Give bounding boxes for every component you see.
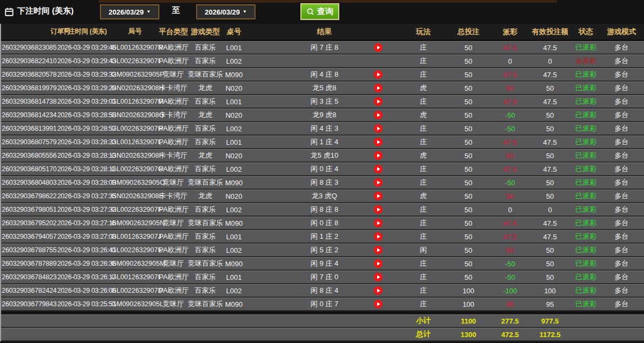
play-cell: 庄: [404, 56, 443, 66]
replay-icon[interactable]: [374, 192, 383, 200]
game-mode-cell: 多台: [598, 124, 644, 133]
order-no-cell: 260329036804803: [1, 179, 57, 186]
subtotal-label: 小计: [404, 316, 443, 326]
table-no-cell: N020: [223, 111, 245, 119]
game-type-cell: 百家乐: [188, 137, 223, 147]
table-row: 260329036787889 2026-03-29 03:26:36 GM09…: [1, 257, 644, 271]
replay-icon[interactable]: [374, 205, 383, 214]
replay-icon[interactable]: [374, 219, 383, 227]
payout-cell: 47.5: [494, 44, 526, 52]
table-row: 260329036798622 2026-03-29 03:27:35 GN02…: [1, 190, 644, 203]
table-row: 260329036820578 2026-03-29 03:29:32 GM09…: [1, 68, 644, 82]
valid-bet-cell: 47.5: [526, 233, 574, 241]
search-icon: [306, 8, 315, 16]
status-cell: 已派彩: [574, 97, 598, 106]
to-label: 至: [172, 5, 180, 16]
table-row: 260329036805556 2026-03-29 03:28:13 GN02…: [1, 149, 644, 163]
total-bet-cell: 50: [443, 219, 494, 227]
valid-bet-cell: 50: [526, 273, 574, 281]
bet-time-cell: 2026-03-29 03:26:17: [57, 273, 111, 281]
replay-icon[interactable]: [374, 232, 383, 241]
platform-cell: 竞咪厅: [159, 299, 188, 309]
table-no-cell: M090: [223, 219, 245, 227]
round-no-cell: GL0022632907G: [111, 165, 159, 173]
replay-icon[interactable]: [374, 124, 383, 133]
round-no-cell: GN0202632908G: [111, 111, 159, 119]
valid-bet-cell: 50: [526, 179, 574, 187]
valid-bet-cell: 0: [526, 206, 574, 214]
total-bet-cell: 50: [443, 57, 494, 65]
table-body: 260329036823085 2026-03-29 03:29:46 GL00…: [1, 41, 644, 311]
bet-time-cell: 2026-03-29 03:29:43: [57, 57, 111, 65]
status-cell: 已派彩: [574, 137, 598, 147]
valid-bet-cell: 0: [526, 57, 574, 65]
grand-total-valid-bet: 1172.5: [526, 331, 574, 339]
play-cell: 庄: [404, 205, 443, 214]
payout-cell: 47.5: [494, 165, 526, 173]
bet-records-table: 订单号 下注时间 (美东) 局号 平台类型 游戏类型 桌号 结果 玩法 总投注 …: [0, 24, 644, 341]
replay-icon[interactable]: [374, 273, 383, 281]
game-type-cell: 竞咪百家乐: [188, 70, 223, 79]
bet-time-cell: 2026-03-29 03:25:51: [57, 300, 111, 308]
replay-icon[interactable]: [374, 246, 383, 254]
bet-time-cell: 2026-03-29 03:29:46: [57, 44, 111, 51]
status-cell: 已派彩: [574, 218, 598, 228]
order-no-cell: 260329036819979: [1, 84, 57, 92]
game-type-cell: 龙虎: [188, 191, 223, 201]
valid-bet-cell: 50: [526, 111, 574, 119]
search-button[interactable]: 查询: [300, 3, 339, 20]
replay-icon[interactable]: [374, 111, 383, 119]
header-play: 玩法: [404, 27, 443, 37]
game-mode-cell: 多台: [598, 43, 644, 52]
status-cell: 已派彩: [574, 205, 598, 214]
payout-cell: -50: [494, 125, 526, 133]
valid-bet-cell: 50: [526, 246, 574, 254]
platform-cell: 卡卡湾厅: [159, 110, 188, 120]
bet-time-cell: 2026-03-29 03:28:23: [57, 138, 111, 146]
round-no-cell: GL0022632907E: [111, 246, 159, 254]
replay-icon[interactable]: [374, 151, 383, 160]
table-no-cell: N020: [223, 84, 245, 92]
total-bet-cell: 50: [443, 138, 494, 146]
replay-icon[interactable]: [374, 300, 383, 308]
replay-icon[interactable]: [374, 43, 383, 52]
replay-icon[interactable]: [374, 286, 383, 295]
date-to-select[interactable]: 2026/03/29 ▼: [196, 4, 256, 19]
replay-icon[interactable]: [374, 70, 383, 79]
game-type-cell: 龙虎: [188, 110, 223, 120]
total-bet-cell: 100: [443, 300, 494, 308]
order-no-cell: 260329036814738: [1, 98, 57, 105]
game-type-cell: 百家乐: [188, 245, 223, 255]
replay-icon[interactable]: [374, 84, 383, 92]
game-mode-cell: 多台: [598, 178, 644, 187]
header-game-type: 游戏类型: [188, 27, 223, 37]
play-cell: 庄: [404, 178, 443, 187]
platform-cell: PA欧洲厅: [159, 56, 188, 66]
table-row: 260329036823085 2026-03-29 03:29:46 GL00…: [1, 41, 644, 55]
status-cell: 已派彩: [574, 232, 598, 241]
platform-cell: 卡卡湾厅: [159, 191, 188, 201]
total-bet-cell: 50: [443, 84, 494, 92]
play-cell: 庄: [404, 97, 443, 106]
replay-icon[interactable]: [374, 97, 383, 106]
game-type-cell: 竞咪百家乐: [188, 218, 223, 228]
platform-cell: PA欧洲厅: [159, 272, 188, 282]
replay-icon[interactable]: [374, 259, 383, 268]
table-no-cell: L001: [223, 44, 245, 52]
date-from-select[interactable]: 2026/03/29 ▼: [100, 4, 159, 19]
play-cell: 虎: [404, 151, 443, 160]
order-no-cell: 260329036805556: [1, 152, 57, 159]
payout-cell: -50: [494, 260, 526, 268]
table-header-row: 订单号 下注时间 (美东) 局号 平台类型 游戏类型 桌号 结果 玩法 总投注 …: [1, 24, 644, 41]
replay-icon[interactable]: [374, 138, 383, 146]
total-bet-cell: 50: [443, 98, 494, 106]
date-from-value: 2026/03/29: [109, 8, 144, 16]
total-bet-cell: 50: [443, 260, 494, 268]
payout-cell: 50: [494, 246, 526, 254]
platform-cell: 竞咪厅: [159, 178, 188, 187]
replay-icon[interactable]: [374, 178, 383, 187]
table-no-cell: L001: [223, 233, 245, 241]
replay-icon[interactable]: [374, 165, 383, 173]
total-bet-cell: 50: [443, 44, 494, 52]
payout-cell: 50: [494, 84, 526, 92]
